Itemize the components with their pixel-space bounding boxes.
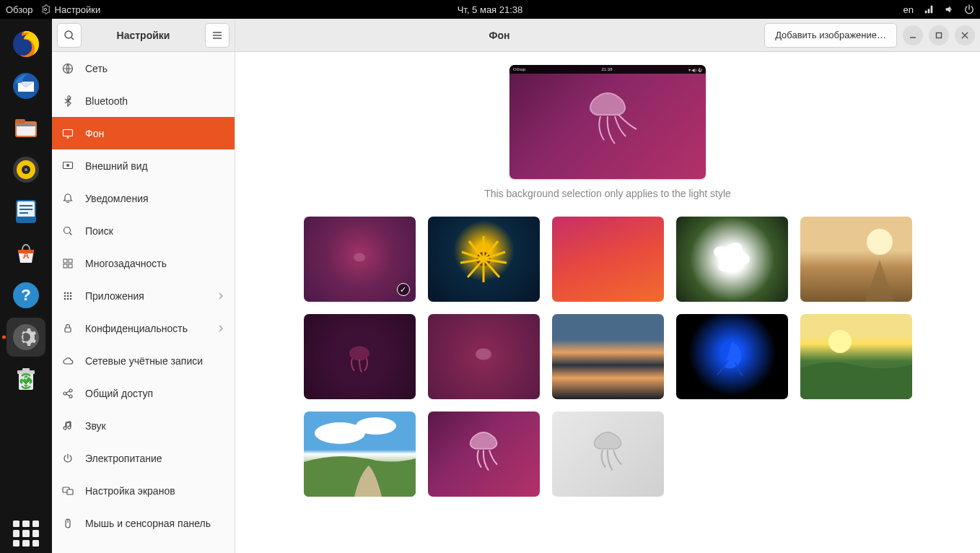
sidebar-item-label: Фон — [85, 128, 104, 139]
background-hint: This background selection only applies t… — [250, 188, 966, 199]
wallpaper-thumb[interactable] — [800, 314, 912, 399]
search-button[interactable] — [57, 23, 82, 48]
volume-icon[interactable] — [944, 4, 954, 14]
wallpaper-thumb[interactable] — [304, 412, 416, 497]
add-image-button[interactable]: Добавить изображение… — [764, 23, 897, 48]
sidebar-item-bluetooth[interactable]: Bluetooth — [52, 84, 235, 117]
svg-rect-33 — [69, 264, 72, 268]
wallpaper-thumb[interactable] — [552, 217, 664, 302]
sidebar-item-music[interactable]: Звук — [52, 409, 235, 442]
svg-point-42 — [70, 297, 72, 300]
wallpaper-grid — [250, 217, 966, 497]
dock-software[interactable]: A — [6, 234, 45, 273]
settings-icon — [40, 4, 51, 14]
maximize-button[interactable] — [929, 25, 949, 45]
svg-point-29 — [64, 227, 71, 233]
power-icon[interactable] — [964, 4, 974, 14]
sidebar-item-apps[interactable]: Приложения — [52, 279, 235, 312]
dock-writer[interactable] — [6, 192, 45, 231]
wallpaper-thumb[interactable] — [552, 314, 664, 399]
jellyfish-icon — [564, 86, 651, 158]
sidebar-item-monitor[interactable]: Фон — [52, 117, 235, 149]
sidebar-item-screens[interactable]: Настройка экранов — [52, 474, 235, 507]
svg-point-44 — [64, 392, 66, 395]
dock-firefox[interactable] — [6, 25, 45, 64]
svg-text:A: A — [23, 251, 30, 261]
svg-rect-31 — [69, 259, 72, 263]
close-button[interactable] — [955, 25, 975, 45]
wallpaper-thumb[interactable] — [304, 314, 416, 399]
sidebar-item-label: Внешний вид — [85, 160, 148, 172]
wallpaper-thumb[interactable] — [428, 217, 540, 302]
wallpaper-thumb[interactable] — [676, 217, 788, 302]
svg-point-34 — [64, 292, 66, 294]
dock-files[interactable] — [6, 108, 45, 147]
sidebar-item-search[interactable]: Поиск — [52, 214, 235, 247]
sidebar-item-lock[interactable]: Конфиденциальность — [52, 312, 235, 344]
settings-window: Настройки СетьBluetoothФонВнешний видУве… — [52, 19, 980, 553]
wallpaper-thumb[interactable] — [676, 314, 788, 399]
hamburger-button[interactable] — [205, 23, 229, 48]
sidebar-item-label: Общий доступ — [85, 388, 153, 399]
wallpaper-thumb[interactable] — [428, 412, 540, 497]
svg-point-57 — [718, 261, 731, 271]
sidebar-item-mouse[interactable]: Мышь и сенсорная панель — [52, 507, 235, 539]
preview-bar-icons: ▾ ◀) ⏻ — [688, 67, 702, 72]
panel-lang[interactable]: en — [904, 4, 914, 15]
sidebar-item-label: Уведомления — [85, 193, 149, 204]
cloud-icon — [62, 355, 74, 367]
network-icon[interactable] — [924, 4, 934, 14]
sidebar-item-label: Конфиденциальность — [85, 323, 188, 334]
sidebar-item-cloud[interactable]: Сетевые учётные записи — [52, 344, 235, 377]
minimize-button[interactable] — [903, 25, 923, 45]
activities-button[interactable]: Обзор — [6, 4, 33, 15]
sidebar-item-display[interactable]: Внешний вид — [52, 149, 235, 182]
svg-point-41 — [67, 297, 69, 300]
wallpaper-thumb[interactable] — [428, 314, 540, 399]
svg-point-37 — [64, 295, 66, 297]
svg-point-51 — [354, 253, 365, 262]
sidebar-item-label: Приложения — [85, 290, 144, 302]
svg-point-24 — [65, 31, 72, 38]
sidebar-item-label: Электропитание — [85, 453, 162, 464]
svg-point-9 — [25, 168, 27, 171]
panel-app-menu[interactable]: Настройки — [40, 4, 101, 15]
sidebar-item-label: Мышь и сенсорная панель — [85, 518, 211, 529]
lock-icon — [62, 323, 74, 334]
svg-point-39 — [70, 295, 72, 297]
svg-rect-43 — [65, 328, 71, 332]
panel-datetime[interactable]: Чт, 5 мая 21:38 — [458, 4, 523, 15]
sidebar-item-globe[interactable]: Сеть — [52, 52, 235, 84]
dock-show-apps[interactable] — [6, 514, 45, 553]
sidebar-item-share[interactable]: Общий доступ — [52, 377, 235, 409]
svg-rect-48 — [67, 489, 73, 495]
sidebar-item-grid[interactable]: Многозадачность — [52, 247, 235, 279]
apps-icon — [62, 290, 74, 302]
panel-app-name: Настройки — [55, 4, 101, 15]
wallpaper-thumb[interactable] — [552, 412, 664, 497]
svg-point-56 — [735, 253, 750, 265]
sidebar-item-bell[interactable]: Уведомления — [52, 182, 235, 214]
svg-point-53 — [714, 246, 728, 258]
bluetooth-icon — [62, 95, 74, 107]
dock-settings[interactable] — [6, 318, 45, 357]
settings-nav: СетьBluetoothФонВнешний видУведомленияПо… — [52, 52, 235, 539]
share-icon — [62, 388, 74, 399]
svg-point-36 — [70, 292, 72, 294]
svg-point-46 — [69, 395, 72, 398]
background-content: Обзор 21:38 ▾ ◀) ⏻ This background selec… — [235, 52, 980, 553]
wallpaper-thumb[interactable] — [304, 217, 416, 302]
page-title: Фон — [240, 30, 758, 41]
svg-rect-15 — [17, 217, 35, 222]
dock-help[interactable]: ? — [6, 276, 45, 315]
dock-thunderbird[interactable] — [6, 66, 45, 105]
svg-rect-26 — [64, 129, 73, 136]
dock-trash[interactable] — [6, 360, 45, 399]
sidebar-item-power[interactable]: Электропитание — [52, 442, 235, 474]
wallpaper-thumb[interactable] — [800, 217, 912, 302]
dock-rhythmbox[interactable] — [6, 150, 45, 189]
svg-point-38 — [67, 295, 69, 297]
settings-main: Фон Добавить изображение… Обзор 21:38 ▾ … — [235, 19, 980, 553]
sidebar-item-label: Сеть — [85, 63, 108, 74]
svg-point-63 — [356, 417, 396, 435]
